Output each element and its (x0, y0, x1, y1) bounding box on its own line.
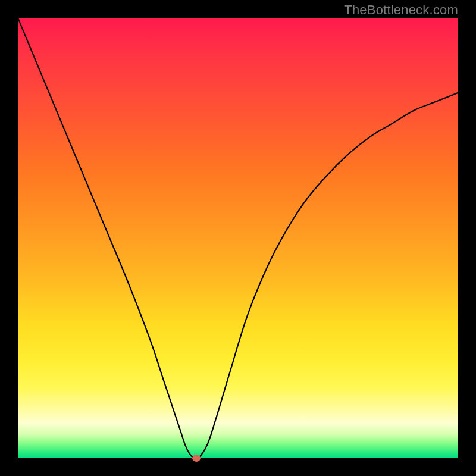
plot-area (18, 18, 458, 458)
curve-svg (18, 18, 458, 458)
min-marker (192, 455, 201, 462)
watermark-text: TheBottleneck.com (344, 2, 458, 18)
curve-path (18, 18, 458, 458)
chart-frame: TheBottleneck.com (0, 0, 476, 476)
